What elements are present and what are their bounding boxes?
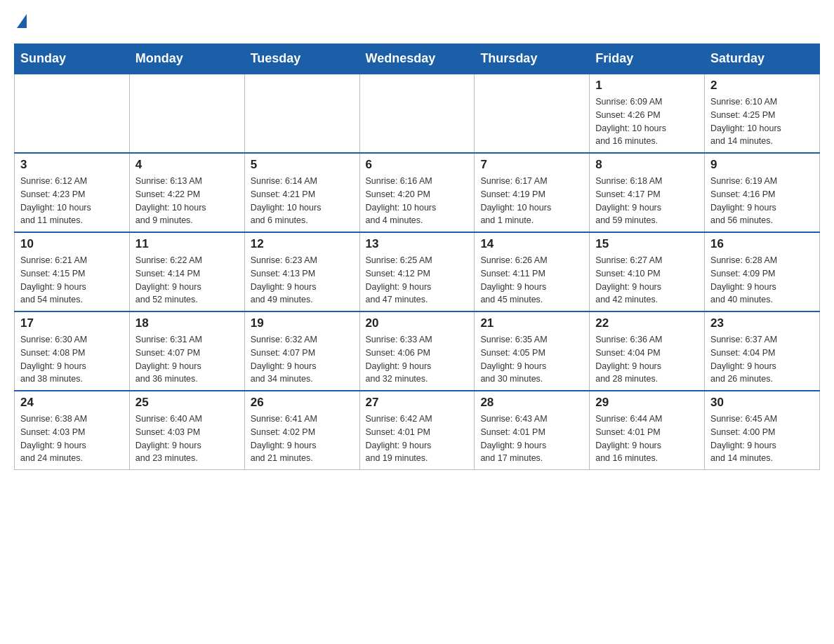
day-info: Sunrise: 6:36 AM Sunset: 4:04 PM Dayligh… [595,333,699,386]
day-info: Sunrise: 6:19 AM Sunset: 4:16 PM Dayligh… [710,175,814,227]
day-info: Sunrise: 6:43 AM Sunset: 4:01 PM Dayligh… [480,412,583,465]
calendar-cell: 16Sunrise: 6:28 AM Sunset: 4:09 PM Dayli… [705,232,820,311]
day-number: 16 [710,237,814,251]
logo-triangle-icon [17,14,27,28]
calendar-cell: 12Sunrise: 6:23 AM Sunset: 4:13 PM Dayli… [244,232,359,311]
calendar-cell [475,74,590,153]
day-number: 12 [251,237,354,251]
weekday-header-tuesday: Tuesday [244,44,359,74]
calendar-cell: 19Sunrise: 6:32 AM Sunset: 4:07 PM Dayli… [244,311,359,391]
day-info: Sunrise: 6:41 AM Sunset: 4:02 PM Dayligh… [251,412,354,465]
day-info: Sunrise: 6:30 AM Sunset: 4:08 PM Dayligh… [20,333,124,386]
day-number: 27 [366,396,469,410]
day-info: Sunrise: 6:35 AM Sunset: 4:05 PM Dayligh… [480,333,583,386]
day-info: Sunrise: 6:45 AM Sunset: 4:00 PM Dayligh… [710,412,814,465]
day-info: Sunrise: 6:09 AM Sunset: 4:26 PM Dayligh… [595,95,699,148]
day-info: Sunrise: 6:13 AM Sunset: 4:22 PM Dayligh… [135,175,239,227]
day-number: 9 [710,158,814,172]
day-number: 1 [595,79,699,93]
day-number: 10 [20,237,124,251]
weekday-header-row: SundayMondayTuesdayWednesdayThursdayFrid… [15,44,820,74]
calendar-cell: 29Sunrise: 6:44 AM Sunset: 4:01 PM Dayli… [590,391,705,470]
day-info: Sunrise: 6:38 AM Sunset: 4:03 PM Dayligh… [20,412,124,465]
weekday-header-sunday: Sunday [15,44,130,74]
day-info: Sunrise: 6:10 AM Sunset: 4:25 PM Dayligh… [710,95,814,148]
weekday-header-friday: Friday [590,44,705,74]
calendar-cell: 30Sunrise: 6:45 AM Sunset: 4:00 PM Dayli… [705,391,820,470]
calendar-cell: 23Sunrise: 6:37 AM Sunset: 4:04 PM Dayli… [705,311,820,391]
calendar-cell: 20Sunrise: 6:33 AM Sunset: 4:06 PM Dayli… [359,311,475,391]
calendar-cell: 17Sunrise: 6:30 AM Sunset: 4:08 PM Dayli… [15,311,130,391]
day-number: 6 [366,158,469,172]
week-row-4: 17Sunrise: 6:30 AM Sunset: 4:08 PM Dayli… [15,311,820,391]
calendar-cell: 22Sunrise: 6:36 AM Sunset: 4:04 PM Dayli… [590,311,705,391]
calendar-cell [15,74,130,153]
calendar-cell: 5Sunrise: 6:14 AM Sunset: 4:21 PM Daylig… [244,153,359,232]
calendar-cell: 6Sunrise: 6:16 AM Sunset: 4:20 PM Daylig… [359,153,475,232]
day-info: Sunrise: 6:18 AM Sunset: 4:17 PM Dayligh… [595,175,699,227]
day-number: 29 [595,396,699,410]
calendar-cell: 24Sunrise: 6:38 AM Sunset: 4:03 PM Dayli… [15,391,130,470]
day-info: Sunrise: 6:12 AM Sunset: 4:23 PM Dayligh… [20,175,124,227]
weekday-header-monday: Monday [129,44,244,74]
day-info: Sunrise: 6:22 AM Sunset: 4:14 PM Dayligh… [135,254,239,307]
day-number: 22 [595,316,699,330]
day-number: 17 [20,316,124,330]
day-number: 4 [135,158,239,172]
calendar-cell [359,74,475,153]
day-number: 2 [710,79,814,93]
day-info: Sunrise: 6:40 AM Sunset: 4:03 PM Dayligh… [135,412,239,465]
day-info: Sunrise: 6:25 AM Sunset: 4:12 PM Dayligh… [366,254,469,307]
day-number: 15 [595,237,699,251]
day-number: 3 [20,158,124,172]
day-number: 25 [135,396,239,410]
day-number: 28 [480,396,583,410]
day-info: Sunrise: 6:17 AM Sunset: 4:19 PM Dayligh… [480,175,583,227]
day-number: 5 [251,158,354,172]
day-info: Sunrise: 6:26 AM Sunset: 4:11 PM Dayligh… [480,254,583,307]
day-number: 30 [710,396,814,410]
day-info: Sunrise: 6:42 AM Sunset: 4:01 PM Dayligh… [366,412,469,465]
day-number: 19 [251,316,354,330]
day-info: Sunrise: 6:27 AM Sunset: 4:10 PM Dayligh… [595,254,699,307]
calendar-cell [129,74,244,153]
week-row-2: 3Sunrise: 6:12 AM Sunset: 4:23 PM Daylig… [15,153,820,232]
day-number: 8 [595,158,699,172]
weekday-header-thursday: Thursday [475,44,590,74]
calendar-cell: 10Sunrise: 6:21 AM Sunset: 4:15 PM Dayli… [15,232,130,311]
calendar-cell: 26Sunrise: 6:41 AM Sunset: 4:02 PM Dayli… [244,391,359,470]
day-number: 23 [710,316,814,330]
day-info: Sunrise: 6:23 AM Sunset: 4:13 PM Dayligh… [251,254,354,307]
day-info: Sunrise: 6:32 AM Sunset: 4:07 PM Dayligh… [251,333,354,386]
calendar-cell: 3Sunrise: 6:12 AM Sunset: 4:23 PM Daylig… [15,153,130,232]
calendar-cell: 18Sunrise: 6:31 AM Sunset: 4:07 PM Dayli… [129,311,244,391]
calendar-cell [244,74,359,153]
day-number: 18 [135,316,239,330]
calendar-cell: 13Sunrise: 6:25 AM Sunset: 4:12 PM Dayli… [359,232,475,311]
day-number: 11 [135,237,239,251]
day-number: 20 [366,316,469,330]
day-number: 26 [251,396,354,410]
calendar-cell: 28Sunrise: 6:43 AM Sunset: 4:01 PM Dayli… [475,391,590,470]
calendar-cell: 1Sunrise: 6:09 AM Sunset: 4:26 PM Daylig… [590,74,705,153]
calendar-cell: 11Sunrise: 6:22 AM Sunset: 4:14 PM Dayli… [129,232,244,311]
weekday-header-saturday: Saturday [705,44,820,74]
calendar-cell: 14Sunrise: 6:26 AM Sunset: 4:11 PM Dayli… [475,232,590,311]
weekday-header-wednesday: Wednesday [359,44,475,74]
calendar-cell: 25Sunrise: 6:40 AM Sunset: 4:03 PM Dayli… [129,391,244,470]
calendar-cell: 7Sunrise: 6:17 AM Sunset: 4:19 PM Daylig… [475,153,590,232]
logo [14,14,27,29]
day-number: 21 [480,316,583,330]
day-number: 14 [480,237,583,251]
calendar-cell: 15Sunrise: 6:27 AM Sunset: 4:10 PM Dayli… [590,232,705,311]
day-info: Sunrise: 6:33 AM Sunset: 4:06 PM Dayligh… [366,333,469,386]
day-number: 7 [480,158,583,172]
calendar-cell: 9Sunrise: 6:19 AM Sunset: 4:16 PM Daylig… [705,153,820,232]
calendar-cell: 27Sunrise: 6:42 AM Sunset: 4:01 PM Dayli… [359,391,475,470]
day-info: Sunrise: 6:21 AM Sunset: 4:15 PM Dayligh… [20,254,124,307]
calendar-cell: 21Sunrise: 6:35 AM Sunset: 4:05 PM Dayli… [475,311,590,391]
day-info: Sunrise: 6:31 AM Sunset: 4:07 PM Dayligh… [135,333,239,386]
week-row-3: 10Sunrise: 6:21 AM Sunset: 4:15 PM Dayli… [15,232,820,311]
day-info: Sunrise: 6:28 AM Sunset: 4:09 PM Dayligh… [710,254,814,307]
week-row-1: 1Sunrise: 6:09 AM Sunset: 4:26 PM Daylig… [15,74,820,153]
